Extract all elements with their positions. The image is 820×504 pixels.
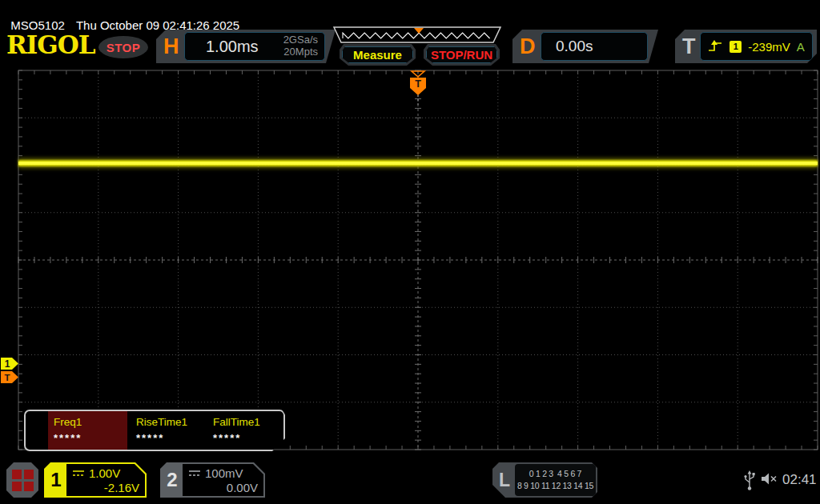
timebase-value: 1.00ms (206, 38, 259, 56)
logic-channels: 0 1 2 3 4 5 6 7 8 9 10 11 12 13 14 15 (515, 464, 596, 496)
dc-coupling-icon (72, 470, 85, 477)
preview-trigger-marker-icon[interactable] (414, 28, 424, 34)
trigger-sweep-mode: A (797, 40, 805, 54)
measurement-value: ***** (136, 432, 164, 444)
delay-value: 0.00s (556, 38, 593, 55)
status-clock: 02:41 (782, 472, 817, 488)
measurement-label: Freq1 (54, 416, 82, 428)
measurement-freq1[interactable]: Freq1 ***** (48, 411, 127, 450)
delay-label: D (520, 34, 536, 59)
trigger-inset: 1 -239mV A (700, 32, 813, 61)
usb-icon (743, 470, 756, 491)
trigger-level-value: -239mV (748, 40, 790, 54)
trigger-source-badge: 1 (730, 41, 742, 53)
channel2-offset: 0.00V (188, 481, 258, 494)
acquisition-state-badge: STOP (98, 36, 148, 58)
delay-inset: 0.00s (541, 32, 648, 61)
channel1-offset: -2.16V (72, 481, 139, 494)
channel1-number: 1 (46, 464, 66, 496)
trigger-label: T (682, 34, 696, 59)
svg-text:1: 1 (5, 358, 10, 370)
measurement-value: ***** (213, 432, 241, 444)
waveform-preview-strip[interactable] (328, 26, 506, 45)
measurement-value: ***** (54, 432, 82, 444)
speaker-muted-icon[interactable] (761, 472, 780, 486)
stop-run-button[interactable]: STOP/RUN (424, 44, 500, 66)
channel1-body: 1.00V -2.16V (66, 464, 145, 496)
logic-row2: 8 9 10 11 12 13 14 15 (517, 480, 593, 492)
channel1-scale: 1.00V (89, 466, 120, 480)
delay-panel[interactable]: D 0.00s (512, 30, 658, 63)
measure-button-label: Measure (342, 46, 413, 63)
horizontal-inset: 1.00ms 2GSa/s20Mpts (184, 32, 325, 61)
osd-status-line: MSO5102Thu October 09 02:41:26 2025 (4, 5, 239, 32)
logic-label: L (494, 464, 515, 496)
measurement-label: RiseTime1 (136, 416, 187, 428)
channel2-scale: 100mV (205, 466, 243, 480)
memory-depth: 20Mpts (283, 46, 318, 58)
measurement-overlay[interactable]: Freq1 ***** RiseTime1 ***** FallTime1 **… (24, 410, 285, 451)
ch1-waveform-trace[interactable] (18, 158, 818, 169)
samplerate-depth: 2GSa/s20Mpts (283, 34, 318, 58)
channel-grid-button[interactable] (6, 462, 38, 498)
sample-rate: 2GSa/s (283, 34, 318, 46)
channel2-body: 100mV 0.00V (183, 464, 263, 496)
horizontal-panel[interactable]: H 1.00ms 2GSa/s20Mpts (156, 30, 336, 63)
oscilloscope-screen: { "topbar": { "model": "MSO5102", "datet… (0, 0, 820, 504)
channel1-panel[interactable]: 1 1.00V -2.16V (44, 462, 147, 498)
logic-analyzer-panel[interactable]: L 0 1 2 3 4 5 6 7 8 9 10 11 12 13 14 15 (492, 462, 597, 498)
trigger-panel[interactable]: T 1 -239mV A (675, 30, 817, 63)
channel2-number: 2 (162, 464, 183, 496)
dc-coupling-icon (188, 470, 201, 477)
ch1-level-marker[interactable]: 1 (1, 358, 18, 370)
measurement-risetime1[interactable]: RiseTime1 ***** (131, 411, 210, 450)
measure-button[interactable]: Measure (340, 44, 416, 66)
rising-edge-icon (708, 40, 723, 53)
stop-run-button-label: STOP/RUN (426, 46, 497, 63)
svg-text:T: T (415, 78, 421, 90)
channel2-panel[interactable]: 2 100mV 0.00V (160, 462, 265, 498)
measurement-falltime1[interactable]: FallTime1 ***** (207, 411, 287, 450)
svg-text:T: T (4, 373, 10, 382)
measurement-label: FallTime1 (213, 416, 260, 428)
rigol-logo: RIGOL (6, 30, 95, 59)
horizontal-label: H (163, 34, 179, 59)
trigger-position-marker[interactable]: T (410, 71, 426, 106)
preview-waveform-icon (343, 33, 490, 38)
trigger-level-marker[interactable]: T (1, 371, 18, 383)
red-grid-icon (12, 470, 34, 491)
logic-row1: 0 1 2 3 4 5 6 7 (529, 468, 581, 480)
